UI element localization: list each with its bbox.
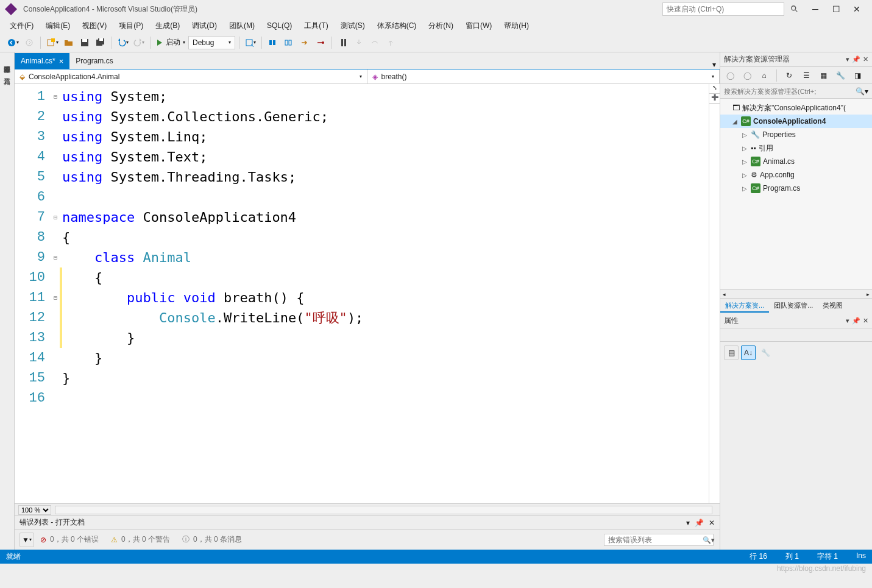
prop-pages-icon[interactable]: 🔧 [758,345,773,360]
prop-alpha-icon[interactable]: A↓ [741,345,756,360]
properties-selector[interactable] [720,328,872,342]
filter-button[interactable]: ▼▾ [19,533,34,547]
search-icon[interactable]: 🔍▾ [856,87,868,96]
prop-categorized-icon[interactable]: ▤ [724,345,739,360]
search-icon[interactable] [784,1,805,17]
tree-item[interactable]: ◢C#ConsoleApplication4 [720,115,872,128]
menu-item-6[interactable]: 团队(M) [224,19,260,33]
sol-refresh-icon[interactable]: ↻ [782,68,796,83]
code-editor[interactable]: 12345678910111213141516 ⊟⊟⊟⊟ using Syste… [15,84,720,503]
svg-line-1 [795,10,798,12]
menu-item-3[interactable]: 项目(P) [114,19,148,33]
menu-item-1[interactable]: 编辑(E) [41,19,75,33]
comment-button[interactable] [266,35,280,50]
tree-item[interactable]: ▷⚙App.config [720,168,872,182]
error-search-input[interactable] [604,534,714,546]
open-button[interactable] [62,35,76,50]
menu-item-7[interactable]: SQL(Q) [262,19,297,32]
zoom-dropdown[interactable]: 100 % [18,505,51,515]
undo-button[interactable]: ▾ [116,35,130,50]
redo-button[interactable]: ▾ [132,35,146,50]
toolbox-tab[interactable]: 工具箱 [1,69,13,77]
tree-item[interactable]: ▷▪▪引用 [720,141,872,155]
close-tab-icon[interactable]: × [59,57,64,66]
vertical-scrollbar[interactable]: ⤣ ➕ [709,84,720,503]
sol-preview-icon[interactable]: ◨ [850,68,865,83]
minimize-button[interactable]: ─ [805,1,826,17]
solution-explorer-header: 解决方案资源管理器 ▾ 📌 ✕ [720,52,872,67]
step-into-button[interactable] [352,35,366,50]
config-dropdown[interactable]: Debug▾ [188,36,235,49]
document-tab[interactable]: Program.cs [69,53,119,69]
solution-tree[interactable]: 🗔解决方案"ConsoleApplication4"( ◢C#ConsoleAp… [720,99,872,289]
nav-forward-button[interactable] [22,35,37,50]
menu-item-9[interactable]: 测试(S) [336,19,370,33]
close-button[interactable]: ✕ [846,1,867,17]
svg-point-0 [792,6,796,10]
panel-dropdown-icon[interactable]: ▾ [846,317,849,325]
menu-item-5[interactable]: 调试(D) [187,19,222,33]
new-project-button[interactable]: ▾ [44,35,60,50]
pin-icon[interactable]: 📌 [695,519,704,527]
sol-collapse-icon[interactable]: ☰ [799,68,814,83]
sol-home-icon[interactable]: ⌂ [757,68,771,83]
solution-tab[interactable]: 团队资源管... [769,299,818,313]
properties-grid[interactable] [720,364,872,550]
sol-properties-icon[interactable]: 🔧 [833,68,848,83]
status-line: 行 16 [750,551,767,562]
tree-solution-root[interactable]: 🗔解决方案"ConsoleApplication4"( [720,101,872,115]
save-button[interactable] [77,35,92,50]
warning-count[interactable]: ⚠0，共 0 个警告 [105,534,176,545]
document-tab[interactable]: Animal.cs*× [15,53,69,69]
step-over-button[interactable] [367,35,382,50]
menu-item-11[interactable]: 分析(N) [424,19,458,33]
tree-item[interactable]: ▷C#Program.cs [720,182,872,195]
panel-dropdown-icon[interactable]: ▾ [686,519,690,527]
step-out-button[interactable] [383,35,398,50]
panel-close-icon[interactable]: ✕ [709,519,715,527]
tree-item[interactable]: ▷C#Animal.cs [720,155,872,168]
breakpoint-button[interactable] [336,35,350,50]
server-explorer-tab[interactable]: 服务器资源管理器 [1,57,13,65]
uncomment-button[interactable] [282,35,296,50]
maximize-button[interactable]: ☐ [826,1,846,17]
quick-launch-input[interactable] [662,2,784,16]
menu-item-8[interactable]: 工具(T) [299,19,333,33]
step3-button[interactable] [313,35,328,50]
pin-icon[interactable]: 📌 [852,317,860,325]
tree-item[interactable]: ▷🔧Properties [720,128,872,141]
error-count[interactable]: ⊘0，共 0 个错误 [34,534,105,545]
menu-item-2[interactable]: 视图(V) [77,19,112,33]
panel-close-icon[interactable]: ✕ [863,317,868,325]
menu-item-10[interactable]: 体系结构(C) [372,19,422,33]
nav-scope-dropdown[interactable]: ⬙ConsoleApplication4.Animal▾ [15,69,367,83]
horizontal-scrollbar[interactable] [55,506,712,514]
sol-showall-icon[interactable]: ▦ [816,68,831,83]
nav-back-button[interactable]: ▾ [5,35,21,50]
solution-tab[interactable]: 解决方案资... [720,299,769,313]
message-count[interactable]: ⓘ0，共 0 条消息 [176,534,248,545]
start-button[interactable]: 启动▾ [154,35,187,50]
find-button[interactable]: ▾ [243,35,258,50]
sol-fwd-icon[interactable]: ◯ [740,68,754,83]
save-all-button[interactable] [93,35,108,50]
fold-gutter[interactable]: ⊟⊟⊟⊟ [51,84,60,503]
panel-close-icon[interactable]: ✕ [863,55,868,63]
panel-dropdown-icon[interactable]: ▾ [846,55,849,63]
menu-item-13[interactable]: 帮助(H) [499,19,534,33]
step2-button[interactable] [297,35,312,50]
menu-item-4[interactable]: 生成(B) [151,19,185,33]
error-list-toolbar: ▼▾ ⊘0，共 0 个错误 ⚠0，共 0 个警告 ⓘ0，共 0 条消息 🔍▾ [15,529,720,550]
solution-hscroll[interactable]: ◂▸ [720,289,872,298]
code-text[interactable]: using System;using System.Collections.Ge… [62,84,709,503]
tab-overflow-button[interactable]: ▾ [709,60,720,69]
pin-icon[interactable]: 📌 [852,55,860,63]
nav-member-dropdown[interactable]: ◈breath()▾ [367,69,720,83]
left-sidebar: 服务器资源管理器 工具箱 [0,52,15,550]
menu-item-0[interactable]: 文件(F) [5,19,38,33]
sol-back-icon[interactable]: ◯ [723,68,737,83]
editor-footer: 100 % [15,503,720,515]
solution-search-input[interactable] [724,88,856,95]
menu-item-12[interactable]: 窗口(W) [461,19,497,33]
solution-tab[interactable]: 类视图 [818,299,848,313]
